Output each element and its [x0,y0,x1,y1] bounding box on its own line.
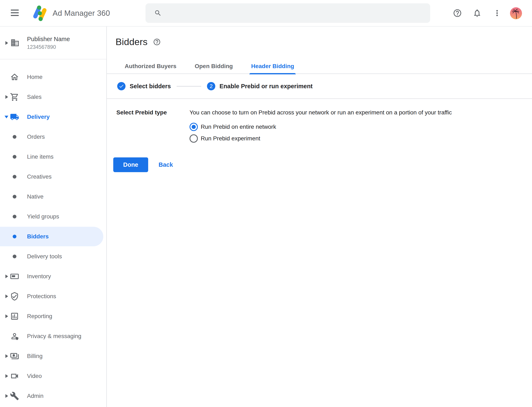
expand-arrow-icon [5,374,8,378]
truck-icon [10,112,19,121]
bar-chart-icon [10,312,19,321]
back-button[interactable]: Back [157,157,174,172]
sidebar-item-protections[interactable]: Protections [0,286,106,306]
ad-manager-logo-icon[interactable] [30,5,49,22]
more-options-button[interactable] [492,8,502,18]
sidebar-nav: Home Sales Delivery Orders Line items [0,59,106,406]
tab-open-bidding[interactable]: Open Bidding [185,59,242,74]
person-shield-icon [10,332,19,341]
sidebar-item-line-items[interactable]: Line items [0,147,106,167]
step2-label: Enable Prebid or run experiment [219,83,313,90]
home-icon [10,72,19,82]
done-button[interactable]: Done [113,157,148,172]
sidebar-item-admin[interactable]: Admin [0,386,106,406]
expand-arrow-icon [5,41,8,45]
sidebar-item-reporting[interactable]: Reporting [0,306,106,326]
sidebar-item-home[interactable]: Home [0,67,106,87]
menu-icon[interactable] [11,9,19,17]
radio-run-prebid-entire-network[interactable]: Run Prebid on entire network [190,123,276,131]
tab-header-bidding[interactable]: Header Bidding [242,59,303,74]
expand-arrow-icon [5,314,8,318]
sidebar-item-privacy-messaging[interactable]: Privacy & messaging [0,326,106,346]
bullet-icon [13,215,16,219]
three-dots-icon [492,8,502,18]
tab-authorized-buyers[interactable]: Authorized Buyers [116,59,185,74]
help-icon [153,38,161,46]
notifications-button[interactable] [473,8,482,18]
bell-icon [473,8,482,18]
wrench-icon [10,391,19,400]
cart-icon [10,92,19,102]
avatar[interactable] [510,7,522,19]
sidebar-item-delivery-tools[interactable]: Delivery tools [0,246,106,266]
bullet-icon [13,155,16,159]
app-title: Ad Manager 360 [53,0,110,27]
sidebar: Publisher Name 1234567890 Home Sales Del… [0,27,107,407]
expand-arrow-icon [5,394,8,398]
bullet-icon [13,175,16,179]
ad-unit-icon [10,272,19,281]
sidebar-item-creatives[interactable]: Creatives [0,167,106,187]
shield-check-icon [10,292,19,301]
page-help-button[interactable] [153,38,161,46]
search-input[interactable] [162,3,430,23]
form-description: You can choose to turn on Prebid across … [190,109,452,116]
bullet-icon [13,195,16,198]
bullet-icon [13,135,16,139]
sidebar-item-sales[interactable]: Sales [0,87,106,107]
sidebar-item-delivery[interactable]: Delivery [0,107,106,127]
radio-unselected-icon[interactable] [190,134,198,143]
publisher-id: 1234567890 [27,44,56,50]
collapse-arrow-icon [5,116,8,118]
stepper-connector [177,86,201,86]
expand-arrow-icon [5,274,8,278]
sidebar-item-native[interactable]: Native [0,187,106,207]
stepper-divider [107,98,532,99]
radio-selected-icon[interactable] [190,123,198,131]
search-bar[interactable] [145,3,430,23]
step1-check-icon [117,82,126,90]
sidebar-item-orders[interactable]: Orders [0,127,106,147]
page-header: Bidders [116,37,161,47]
bullet-icon [13,235,16,238]
help-icon [453,8,462,18]
help-button[interactable] [453,8,462,18]
sidebar-item-yield-groups[interactable]: Yield groups [0,207,106,227]
step2-number-badge: 2 [207,82,215,90]
sidebar-item-video[interactable]: Video [0,366,106,386]
palm-tree-avatar-image [510,7,522,19]
top-app-bar: Ad Manager 360 [0,0,532,27]
sidebar-item-bidders[interactable]: Bidders [0,227,106,246]
publisher-name: Publisher Name [27,36,70,43]
video-camera-icon [10,371,19,381]
main-content: Bidders Authorized Buyers Open Bidding H… [107,27,532,407]
expand-arrow-icon [5,354,8,358]
search-icon [154,9,162,17]
building-icon [10,38,20,47]
publisher-switcher[interactable]: Publisher Name 1234567890 [0,27,106,59]
radio-run-prebid-experiment[interactable]: Run Prebid experiment [190,134,260,143]
bullet-icon [13,255,16,258]
form-section-label: Select Prebid type [116,109,167,116]
tab-bar: Authorized Buyers Open Bidding Header Bi… [116,59,303,74]
page-title: Bidders [116,37,147,47]
banknote-icon [10,352,19,361]
sidebar-item-billing[interactable]: Billing [0,346,106,366]
ad-manager-app: Ad Manager 360 [0,0,532,407]
expand-arrow-icon [5,95,8,99]
stepper: Select bidders 2 Enable Prebid or run ex… [117,74,313,98]
step1-label[interactable]: Select bidders [130,83,171,90]
sidebar-item-inventory[interactable]: Inventory [0,266,106,286]
expand-arrow-icon [5,294,8,298]
